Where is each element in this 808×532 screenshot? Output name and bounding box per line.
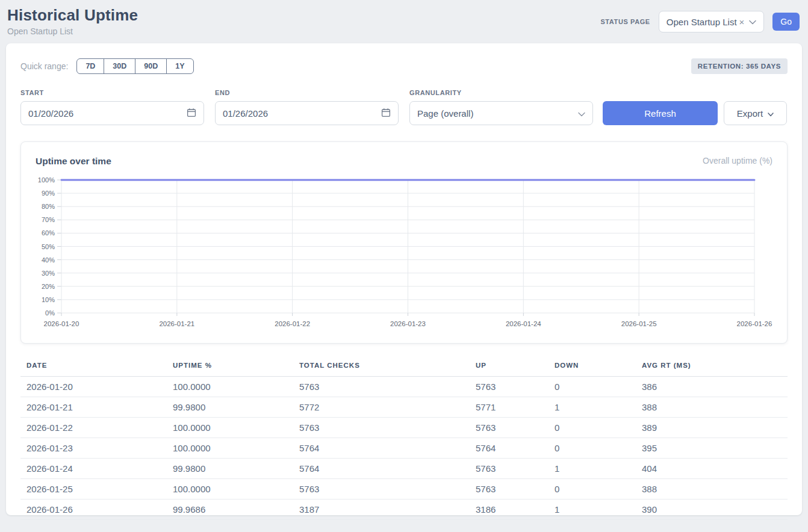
x-axis-label: 2026-01-21: [159, 320, 194, 327]
granularity-select[interactable]: Page (overall): [409, 101, 593, 125]
retention-badge: RETENTION: 365 DAYS: [691, 58, 788, 74]
table-cell: 2026-01-22: [20, 418, 167, 438]
table-cell: 395: [636, 438, 788, 459]
table-cell: 100.0000: [167, 418, 293, 438]
page-subtitle: Open Startup List: [7, 26, 138, 36]
table-cell: 389: [636, 418, 788, 438]
table-cell: 5763: [293, 377, 470, 397]
y-axis-label: 50%: [42, 243, 55, 250]
table-row: 2026-01-23100.0000576457640395: [20, 438, 788, 459]
table-column-header: UPTIME %: [167, 357, 293, 377]
table-row: 2026-01-2199.9800577257711388: [20, 397, 788, 418]
chevron-down-icon: [749, 16, 756, 27]
start-date-value: 01/20/2026: [28, 108, 73, 119]
table-row: 2026-01-20100.0000576357630386: [20, 377, 788, 397]
table-column-header: TOTAL CHECKS: [293, 357, 470, 377]
table-cell: 2026-01-23: [20, 438, 167, 459]
uptime-table-head: DATEUPTIME %TOTAL CHECKSUPDOWNAVG RT (MS…: [20, 357, 788, 377]
table-cell: 5763: [470, 418, 549, 438]
uptime-chart-svg: 0%10%20%30%40%50%60%70%80%90%100%2026-01…: [21, 142, 788, 344]
chart-legend-label: Overall uptime (%): [703, 156, 772, 167]
y-axis-label: 0%: [45, 309, 55, 317]
granularity-label: GRANULARITY: [409, 89, 593, 96]
y-axis-label: 70%: [42, 216, 55, 223]
status-page-select[interactable]: Open Startup List ×: [659, 11, 765, 32]
table-cell: 3187: [293, 500, 470, 520]
x-axis-label: 2026-01-26: [737, 320, 772, 327]
table-cell: 1: [549, 397, 636, 418]
table-row: 2026-01-2499.9800576457631404: [20, 459, 788, 479]
table-cell: 2026-01-20: [20, 377, 167, 397]
chart-title: Uptime over time: [36, 156, 111, 167]
table-cell: 1: [549, 459, 636, 479]
table-cell: 2026-01-24: [20, 459, 167, 479]
start-date-field: START 01/20/2026: [20, 89, 204, 125]
export-button-label: Export: [737, 108, 763, 119]
table-cell: 5764: [293, 459, 470, 479]
table-cell: 0: [549, 418, 636, 438]
table-cell: 99.9800: [167, 397, 293, 418]
table-cell: 100.0000: [167, 377, 293, 397]
quick-range-group: Quick range: 7D30D90D1Y: [20, 58, 194, 74]
end-date-label: END: [215, 89, 399, 96]
uptime-table-body: 2026-01-20100.00005763576303862026-01-21…: [20, 377, 788, 520]
end-date-value: 01/26/2026: [223, 108, 268, 119]
header-right: STATUS PAGE Open Startup List × Go: [600, 11, 800, 32]
header-titles: Historical Uptime Open Startup List: [7, 6, 138, 36]
calendar-icon[interactable]: [381, 108, 391, 119]
refresh-button[interactable]: Refresh: [603, 101, 718, 125]
table-cell: 5772: [293, 397, 470, 418]
quick-range-button-1y[interactable]: 1Y: [166, 58, 193, 74]
table-cell: 404: [636, 459, 788, 479]
y-axis-label: 30%: [42, 270, 55, 277]
table-cell: 100.0000: [167, 479, 293, 500]
y-axis-label: 40%: [42, 256, 55, 264]
table-cell: 2026-01-21: [20, 397, 167, 418]
quick-range-button-7d[interactable]: 7D: [76, 58, 104, 74]
controls-row: START 01/20/2026 END 01/26/2026: [20, 89, 788, 125]
table-column-header: UP: [470, 357, 549, 377]
x-axis-label: 2026-01-25: [621, 320, 657, 327]
quick-range-buttons: 7D30D90D1Y: [76, 58, 193, 74]
table-cell: 5763: [293, 418, 470, 438]
export-button[interactable]: Export: [724, 101, 787, 125]
start-date-input[interactable]: 01/20/2026: [20, 101, 204, 125]
table-cell: 99.9800: [167, 459, 293, 479]
table-row: 2026-01-25100.0000576357630388: [20, 479, 788, 500]
x-axis-label: 2026-01-22: [275, 320, 310, 327]
table-cell: 5763: [293, 479, 470, 500]
y-axis-label: 20%: [42, 283, 55, 290]
y-axis-label: 10%: [42, 296, 55, 303]
page-title: Historical Uptime: [7, 6, 138, 25]
x-axis-label: 2026-01-20: [44, 320, 79, 327]
table-cell: 5763: [470, 459, 549, 479]
quick-range-button-90d[interactable]: 90D: [135, 58, 167, 74]
table-column-header: AVG RT (MS): [636, 357, 788, 377]
start-date-label: START: [20, 89, 204, 96]
table-cell: 2026-01-26: [20, 500, 167, 520]
table-column-header: DOWN: [549, 357, 636, 377]
table-cell: 390: [636, 500, 788, 520]
clear-icon[interactable]: ×: [739, 17, 745, 27]
go-button[interactable]: Go: [772, 13, 800, 31]
table-cell: 5763: [470, 377, 549, 397]
end-date-input[interactable]: 01/26/2026: [215, 101, 399, 125]
table-cell: 388: [636, 479, 788, 500]
status-page-select-value: Open Startup List: [667, 17, 737, 27]
y-axis-label: 60%: [42, 229, 55, 237]
quick-range-button-30d[interactable]: 30D: [104, 58, 135, 74]
table-cell: 99.9686: [167, 500, 293, 520]
calendar-icon[interactable]: [187, 108, 196, 119]
granularity-field: GRANULARITY Page (overall): [409, 89, 593, 125]
table-cell: 0: [549, 479, 636, 500]
end-date-field: END 01/26/2026: [215, 89, 399, 125]
quick-range-label: Quick range:: [20, 61, 68, 71]
table-cell: 2026-01-25: [20, 479, 167, 500]
table-cell: 100.0000: [167, 438, 293, 459]
table-cell: 5763: [470, 479, 549, 500]
quick-range-row: Quick range: 7D30D90D1Y RETENTION: 365 D…: [20, 58, 788, 75]
main-card: Quick range: 7D30D90D1Y RETENTION: 365 D…: [6, 43, 802, 515]
table-header-row: DATEUPTIME %TOTAL CHECKSUPDOWNAVG RT (MS…: [20, 357, 788, 377]
uptime-chart-card: 0%10%20%30%40%50%60%70%80%90%100%2026-01…: [20, 141, 788, 344]
y-axis-label: 90%: [42, 190, 55, 197]
